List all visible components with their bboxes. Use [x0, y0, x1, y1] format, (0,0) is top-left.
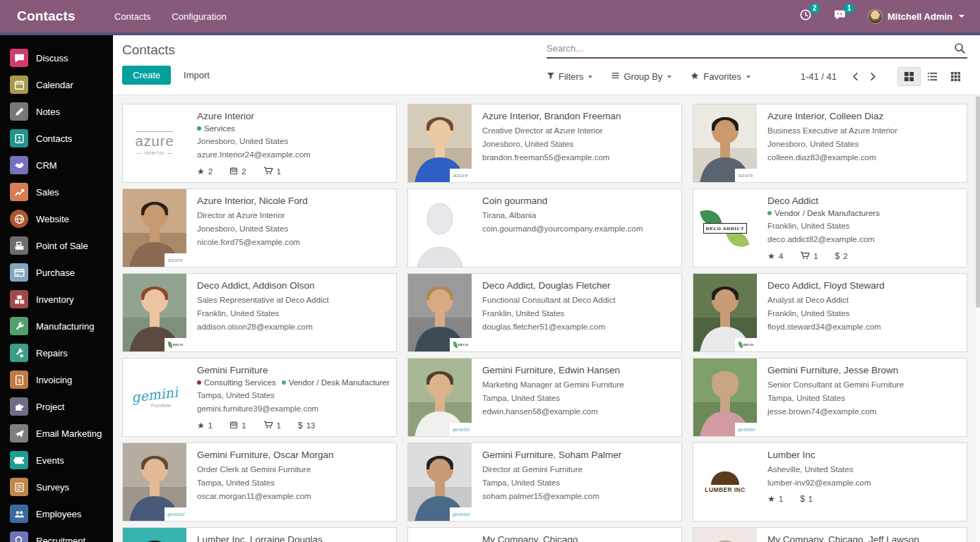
- contact-card[interactable]: My Company, Chicago: [407, 527, 682, 542]
- contact-name: Azure Interior: [197, 111, 389, 121]
- activity-view-button[interactable]: [944, 67, 967, 86]
- pager-next-button[interactable]: [864, 71, 882, 83]
- sidebar-app-item[interactable]: Manufacturing: [0, 313, 113, 339]
- contact-card[interactable]: gemini Gemini Furniture, Oscar Morgan Or…: [122, 442, 397, 522]
- contact-job-title: Director at Gemini Furniture: [482, 463, 674, 476]
- sidebar-app-item[interactable]: Email Marketing: [0, 420, 113, 447]
- employees-icon: [10, 505, 28, 523]
- invoiced-badge[interactable]: $13: [298, 421, 315, 430]
- contact-location: Tampa, United States: [482, 392, 674, 405]
- sidebar-app-item[interactable]: Recruitment: [0, 527, 113, 542]
- sidebar-app-item[interactable]: Contacts: [0, 125, 113, 152]
- list-view-button[interactable]: [921, 67, 944, 86]
- contact-email: colleen.diaz83@example.com: [767, 151, 960, 164]
- sidebar-app-item[interactable]: Notes: [0, 98, 113, 125]
- sidebar-app-label: Events: [36, 455, 64, 466]
- sidebar-app-item[interactable]: $ Invoicing: [0, 366, 113, 393]
- contact-card[interactable]: DECO ADDICT Deco Addict Vendor / Desk Ma…: [693, 188, 967, 267]
- contact-image: [123, 528, 186, 542]
- sidebar-app-item[interactable]: Events: [0, 447, 113, 474]
- orders-badge[interactable]: 1: [263, 167, 281, 176]
- vertical-scrollbar[interactable]: [974, 95, 980, 542]
- star-icon: ★: [767, 252, 775, 260]
- sidebar-app-item[interactable]: Sales: [0, 179, 113, 205]
- contact-image: gemini: [408, 443, 472, 521]
- search-icon[interactable]: [952, 42, 967, 54]
- contact-badges: ★111$13: [197, 421, 389, 430]
- avatar-placeholder: [408, 189, 472, 267]
- contact-card[interactable]: Coin gourmand Tirana, Albaniacoin.gourma…: [407, 188, 682, 267]
- sidebar-app-item[interactable]: Purchase: [0, 259, 113, 286]
- search-input[interactable]: [546, 43, 952, 54]
- opportunities-badge[interactable]: ★2: [197, 167, 213, 176]
- sidebar-app-label: Surveys: [36, 482, 69, 493]
- contact-name: Gemini Furniture, Edwin Hansen: [482, 365, 674, 375]
- contact-card[interactable]: azure Azure Interior, Nicole Ford Direct…: [122, 188, 397, 267]
- sidebar-app-label: Invoicing: [36, 375, 72, 385]
- pager-previous-button[interactable]: [847, 71, 864, 83]
- orders-badge[interactable]: 1: [800, 251, 818, 261]
- contact-email: gemini.furniture39@example.com: [197, 402, 389, 416]
- pos-icon: [10, 236, 28, 255]
- sidebar-app-item[interactable]: Employees: [0, 500, 113, 527]
- chevron-down-icon: [746, 76, 751, 78]
- sidebar-app-label: Contacts: [36, 133, 72, 144]
- top-menu-item[interactable]: Configuration: [172, 11, 226, 22]
- contact-card[interactable]: DECO Deco Addict, Addison Olson Sales Re…: [122, 273, 397, 352]
- contact-email: brandon.freeman55@example.com: [482, 151, 674, 164]
- import-button[interactable]: Import: [184, 70, 210, 80]
- contact-location: Tampa, United States: [197, 389, 389, 402]
- filters-dropdown[interactable]: Filters: [546, 71, 592, 82]
- contact-card[interactable]: My Company, Chicago, Jeff Lawson: [693, 527, 967, 542]
- user-menu[interactable]: Mitchell Admin: [868, 9, 964, 24]
- contact-card[interactable]: azure Azure Interior, Colleen Diaz Busin…: [693, 104, 967, 183]
- contact-card[interactable]: azure— interior — Azure Interior Service…: [122, 104, 397, 183]
- invoiced-badge[interactable]: $1: [800, 495, 813, 503]
- sidebar-app-item[interactable]: Inventory: [0, 286, 113, 313]
- top-menu-item[interactable]: Contacts: [114, 11, 150, 22]
- contact-card[interactable]: gemini Gemini Furniture, Jesse Brown Sen…: [693, 358, 967, 437]
- invoiced-badge[interactable]: $2: [835, 252, 848, 260]
- contact-card[interactable]: geminiFurniture Gemini Furniture Consult…: [122, 358, 397, 437]
- category-tag: Vendor / Desk Manufacturers: [282, 378, 389, 387]
- sidebar-app-item[interactable]: CRM: [0, 152, 113, 179]
- scrollbar-thumb[interactable]: [976, 96, 980, 308]
- contact-image: gemini: [693, 359, 757, 436]
- group-by-dropdown[interactable]: Group By: [611, 71, 671, 82]
- create-button[interactable]: Create: [122, 66, 171, 85]
- sidebar-app-item[interactable]: Calendar: [0, 71, 113, 98]
- orders-badge[interactable]: 1: [263, 421, 281, 430]
- activities-button[interactable]: 2: [799, 8, 812, 24]
- favorites-dropdown[interactable]: Favorites: [690, 71, 750, 83]
- messages-count-badge: 1: [844, 4, 854, 13]
- contact-card[interactable]: Lumber Inc, Lorraine Douglas: [122, 527, 397, 542]
- messages-button[interactable]: 1: [833, 8, 847, 24]
- contact-card[interactable]: LUMBER INC Lumber Inc Asheville, United …: [693, 442, 967, 522]
- contact-image: [408, 528, 472, 542]
- app-brand[interactable]: Contacts: [0, 8, 113, 24]
- sidebar-app-item[interactable]: Discuss: [0, 44, 113, 71]
- sidebar-app-item[interactable]: Repairs: [0, 339, 113, 366]
- contact-card[interactable]: azure Azure Interior, Brandon Freeman Cr…: [407, 104, 682, 183]
- contact-card[interactable]: DECO Deco Addict, Douglas Fletcher Funct…: [407, 273, 682, 352]
- sidebar-app-item[interactable]: Project: [0, 393, 113, 420]
- opportunities-badge[interactable]: ★4: [767, 252, 783, 260]
- azure-mini-logo: azure: [450, 169, 472, 182]
- contact-card[interactable]: gemini Gemini Furniture, Edwin Hansen Ma…: [407, 358, 682, 437]
- gemini-mini-logo: gemini: [735, 423, 757, 436]
- sidebar-app-item[interactable]: Surveys: [0, 474, 113, 500]
- contact-image: DECO ADDICT: [693, 189, 757, 267]
- sidebar-app-item[interactable]: Point of Sale: [0, 232, 113, 259]
- meetings-badge[interactable]: 1: [229, 421, 246, 430]
- email-marketing-icon: [10, 424, 28, 442]
- opportunities-badge[interactable]: ★1: [767, 495, 783, 503]
- contact-image: DECO: [408, 274, 472, 351]
- contact-location: Tampa, United States: [197, 476, 389, 490]
- sidebar-app-item[interactable]: Website: [0, 205, 113, 232]
- contact-card[interactable]: DECO Deco Addict, Floyd Steward Analyst …: [693, 273, 967, 352]
- contact-card[interactable]: gemini Gemini Furniture, Soham Palmer Di…: [407, 442, 682, 522]
- opportunities-badge[interactable]: ★1: [197, 421, 213, 430]
- contact-location: Asheville, United States: [767, 463, 960, 476]
- kanban-view-button[interactable]: [897, 67, 921, 86]
- meetings-badge[interactable]: 2: [229, 167, 246, 176]
